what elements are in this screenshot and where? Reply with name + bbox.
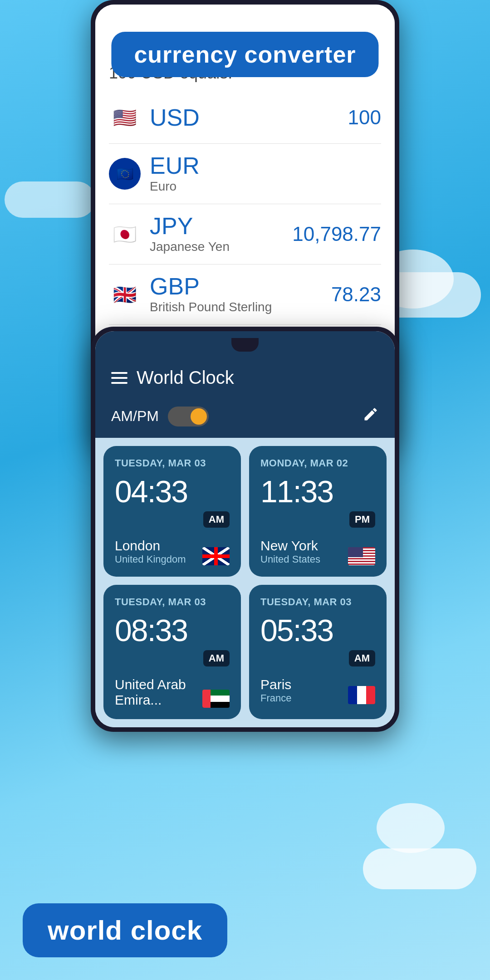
flag-jpy: 🇯🇵	[109, 218, 141, 250]
newyork-time: 11:33	[260, 476, 375, 507]
uae-date: TUESDAY, MAR 03	[115, 596, 230, 608]
currency-converter-badge: currency converter	[111, 32, 378, 77]
clock-card-newyork: MONDAY, MAR 02 11:33 PM New York United …	[249, 446, 387, 577]
currency-row-usd: 🇺🇸 USD 100	[109, 92, 381, 144]
flag-france	[348, 686, 375, 704]
world-clock-screen: World Clock AM/PM TUESDAY, MAR 03 04:33 …	[95, 331, 395, 727]
paris-date: TUESDAY, MAR 03	[260, 596, 375, 608]
clock-card-uae: TUESDAY, MAR 03 08:33 AM United Arab Emi…	[103, 585, 241, 719]
edit-icon[interactable]	[363, 406, 379, 426]
currency-row-eur: 🇪🇺 EUR Euro	[109, 144, 381, 204]
currency-name-jpy: Japanese Yen	[150, 240, 292, 254]
currency-name-gbp: British Pound Sterling	[150, 300, 331, 314]
flag-eur: 🇪🇺	[109, 158, 141, 190]
currency-row-jpy: 🇯🇵 JPY Japanese Yen 10,798.77	[109, 204, 381, 265]
currency-value-jpy: 10,798.77	[292, 223, 381, 245]
currency-code-eur: EUR	[150, 154, 381, 177]
flag-us	[348, 547, 375, 565]
flag-uk	[202, 547, 230, 565]
newyork-ampm: PM	[349, 511, 375, 528]
paris-time: 05:33	[260, 615, 375, 646]
world-clock-title: World Clock	[137, 368, 379, 388]
paris-city: Paris	[260, 677, 343, 692]
notch	[231, 338, 259, 352]
newyork-country: United States	[260, 554, 343, 565]
london-footer: London United Kingdom	[115, 538, 230, 565]
newyork-city: New York	[260, 538, 343, 554]
flag-usd: 🇺🇸	[109, 102, 141, 133]
london-date: TUESDAY, MAR 03	[115, 457, 230, 469]
clock-grid: TUESDAY, MAR 03 04:33 AM London United K…	[95, 438, 395, 727]
london-country: United Kingdom	[115, 554, 198, 565]
world-clock-badge: world clock	[23, 903, 227, 957]
newyork-footer: New York United States	[260, 538, 375, 565]
uae-footer: United Arab Emira...	[115, 677, 230, 708]
london-city: London	[115, 538, 198, 554]
currency-code-jpy: JPY	[150, 214, 292, 238]
paris-ampm: AM	[349, 650, 375, 666]
uae-time: 08:33	[115, 615, 230, 646]
world-clock-subheader: AM/PM	[95, 399, 395, 438]
notch-bar	[95, 331, 395, 358]
uae-city: United Arab Emira...	[115, 677, 198, 708]
london-ampm: AM	[203, 511, 230, 528]
london-time: 04:33	[115, 476, 230, 507]
uae-ampm: AM	[203, 650, 230, 666]
clock-card-paris: TUESDAY, MAR 03 05:33 AM Paris France	[249, 585, 387, 719]
currency-value-gbp: 78.23	[331, 283, 381, 306]
currency-code-gbp: GBP	[150, 274, 331, 298]
currency-name-eur: Euro	[150, 179, 381, 194]
flag-gbp: 🇬🇧	[109, 279, 141, 310]
currency-row-gbp: 🇬🇧 GBP British Pound Sterling 78.23	[109, 265, 381, 325]
ampm-label: AM/PM	[111, 408, 159, 425]
paris-footer: Paris France	[260, 677, 375, 704]
toggle-knob	[191, 408, 207, 425]
paris-country: France	[260, 692, 343, 704]
menu-button[interactable]	[111, 372, 127, 384]
world-clock-header: World Clock	[95, 358, 395, 399]
newyork-date: MONDAY, MAR 02	[260, 457, 375, 469]
currency-value-usd: 100	[348, 106, 381, 129]
ampm-toggle[interactable]	[168, 407, 209, 426]
currency-code-usd: USD	[150, 106, 348, 129]
flag-uae	[202, 690, 230, 708]
clock-card-london: TUESDAY, MAR 03 04:33 AM London United K…	[103, 446, 241, 577]
world-clock-phone: World Clock AM/PM TUESDAY, MAR 03 04:33 …	[91, 327, 399, 732]
